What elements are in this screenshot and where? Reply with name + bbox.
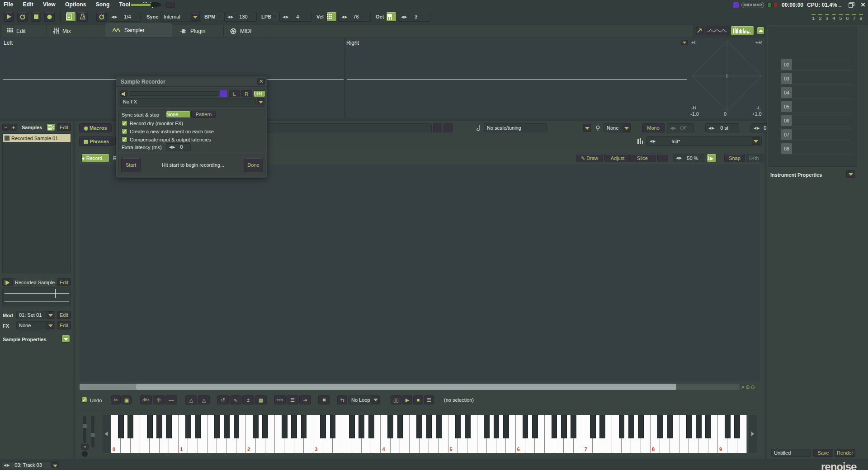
- svg-text:+R: +R: [755, 40, 762, 45]
- svg-text:4: 4: [832, 16, 835, 21]
- svg-text:+1.0: +1.0: [752, 111, 762, 117]
- svg-text:-L: -L: [756, 105, 761, 110]
- svg-text:7: 7: [853, 16, 856, 21]
- svg-text:6: 6: [846, 16, 849, 21]
- svg-text:5: 5: [839, 16, 842, 21]
- svg-text:3: 3: [826, 16, 829, 21]
- svg-text:1: 1: [812, 16, 815, 21]
- svg-text:8: 8: [859, 16, 863, 21]
- svg-text:-1.0: -1.0: [690, 111, 699, 117]
- svg-text:2: 2: [819, 16, 822, 21]
- svg-text:-R: -R: [691, 105, 697, 110]
- svg-text:+L: +L: [691, 40, 697, 45]
- svg-text:0: 0: [724, 111, 726, 117]
